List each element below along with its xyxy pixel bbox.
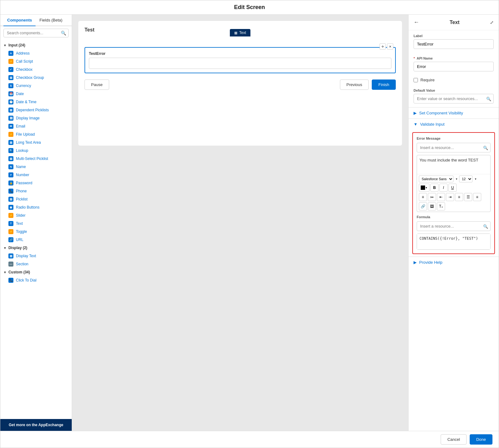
sidebar-item-currency[interactable]: $ Currency xyxy=(0,82,72,90)
provide-help-toggle[interactable]: ▶ Provide Help xyxy=(409,257,499,268)
appexchange-button[interactable]: Get more on the AppExchange xyxy=(0,419,72,431)
font-size-select[interactable]: 12 xyxy=(459,176,472,182)
search-input[interactable] xyxy=(3,29,69,37)
sidebar-item-date[interactable]: 📅 Date xyxy=(0,90,72,98)
app-container: Edit Screen Components Fields (Beta) 🔍 ▼… xyxy=(0,0,499,448)
sidebar-item-url[interactable]: 🔗 URL xyxy=(0,236,72,244)
formula-resource-input[interactable] xyxy=(417,221,491,231)
sidebar-item-callscript[interactable]: ⚡ Call Script xyxy=(0,57,72,65)
sidebar-item-phone[interactable]: 📞 Phone xyxy=(0,187,72,195)
sidebar-item-longtextarea[interactable]: ▤ Long Text Area xyxy=(0,138,72,147)
sidebar-item-checkboxgroup[interactable]: ▤ Checkbox Group xyxy=(0,74,72,82)
font-family-select[interactable]: Salesforce Sans xyxy=(419,176,453,182)
right-panel: ← Text ⤢ Label * API Name Require xyxy=(408,15,499,431)
done-button[interactable]: Done xyxy=(470,434,492,445)
sidebar-item-text[interactable]: T Text xyxy=(0,219,72,228)
sidebar-item-displayimage[interactable]: 🖼 Display Image xyxy=(0,114,72,122)
multiselectpicklist-icon: ▤ xyxy=(8,156,13,161)
url-icon: 🔗 xyxy=(8,237,13,242)
sidebar-item-toggle[interactable]: ⚡ Toggle xyxy=(0,228,72,236)
defaultvalue-input[interactable] xyxy=(414,94,494,104)
underline-button[interactable]: U xyxy=(448,184,457,192)
sidebar-item-password[interactable]: 🔒 Password xyxy=(0,179,72,187)
group-custom[interactable]: ▼ Custom (34) xyxy=(0,268,72,276)
pause-button[interactable]: Pause xyxy=(85,79,109,90)
apiname-section: * API Name xyxy=(409,53,499,75)
italic-button[interactable]: I xyxy=(439,184,448,192)
sidebar-item-label: Toggle xyxy=(16,229,27,234)
dependentpicklists-icon: ▤ xyxy=(8,108,13,113)
sidebar-item-datetime[interactable]: 🕐 Date & Time xyxy=(0,98,72,106)
callscript-icon: ⚡ xyxy=(8,59,13,64)
align-right-button[interactable]: ≡ xyxy=(473,193,481,201)
back-arrow-icon[interactable]: ← xyxy=(414,19,419,26)
ordered-list-button[interactable]: ≔ xyxy=(428,193,436,201)
cancel-button[interactable]: Cancel xyxy=(441,434,466,445)
chevron-down-icon: ▼ xyxy=(3,271,7,274)
search-icon: 🔍 xyxy=(486,96,491,101)
sidebar-content: ▼ Input (24) A Address ⚡ Call Script ✓ C… xyxy=(0,40,72,419)
set-visibility-toggle[interactable]: ▶ Set Component Visibility xyxy=(409,108,499,118)
radiobuttons-icon: ◉ xyxy=(8,205,13,210)
sidebar-item-label: Picklist xyxy=(16,197,27,201)
sidebar-item-name[interactable]: N Name xyxy=(0,163,72,171)
sidebar-item-fileupload[interactable]: ⚡ File Upload xyxy=(0,130,72,138)
sidebar-item-label: Date xyxy=(16,92,24,96)
component-input[interactable] xyxy=(89,58,391,69)
search-icon: 🔍 xyxy=(483,224,488,229)
chevron-down-icon: ▼ xyxy=(3,246,7,250)
sidebar-item-clicktodial[interactable]: 📞 Click To Dial xyxy=(0,276,72,284)
require-checkbox[interactable] xyxy=(414,78,418,82)
color-swatch xyxy=(421,185,425,190)
rt-font-row: Salesforce Sans ▼ 12 ▼ xyxy=(419,176,488,182)
clearformat-button[interactable]: Tₓ xyxy=(437,202,445,210)
sidebar-item-picklist[interactable]: ▤ Picklist xyxy=(0,195,72,203)
sidebar-item-lookup[interactable]: 🔍 Lookup xyxy=(0,147,72,155)
sidebar-item-dependentpicklists[interactable]: ▤ Dependent Picklists xyxy=(0,106,72,114)
image-button[interactable]: 🖼 xyxy=(428,202,436,210)
sidebar-item-checkbox[interactable]: ✓ Checkbox xyxy=(0,65,72,74)
align-center-button[interactable]: ☰ xyxy=(464,193,472,201)
group-custom-label: Custom (34) xyxy=(8,270,30,274)
unordered-list-button[interactable]: ≡ xyxy=(419,193,427,201)
delete-button[interactable]: ✕ xyxy=(387,43,393,50)
sidebar-item-label: Password xyxy=(16,181,32,185)
header: Edit Screen xyxy=(0,0,499,15)
bold-button[interactable]: B xyxy=(430,184,438,192)
link-button[interactable]: 🔗 xyxy=(419,202,427,210)
group-input[interactable]: ▼ Input (24) xyxy=(0,41,72,49)
sidebar-item-radiobuttons[interactable]: ◉ Radio Buttons xyxy=(0,203,72,211)
tab-fields[interactable]: Fields (Beta) xyxy=(36,15,66,26)
previous-button[interactable]: Previous xyxy=(340,79,369,90)
label-input[interactable] xyxy=(414,39,494,49)
move-handle[interactable]: ✛ xyxy=(380,43,386,50)
sidebar-item-multiselectpicklist[interactable]: ▤ Multi-Select Picklist xyxy=(0,155,72,163)
error-message-text[interactable]: You must include the word TEST xyxy=(417,155,490,174)
formula-text[interactable]: CONTAINS({!Error}, "TEST") xyxy=(417,234,490,249)
color-button[interactable]: ▼ xyxy=(419,184,429,192)
sidebar-item-displaytext[interactable]: ▤ Display Text xyxy=(0,252,72,260)
sidebar-item-label: Radio Buttons xyxy=(16,205,39,210)
component-wrapper: ✛ ✕ TestError xyxy=(85,47,396,73)
sidebar-item-section[interactable]: — Section xyxy=(0,260,72,268)
indent-less-button[interactable]: ⇤ xyxy=(437,193,445,201)
indent-more-button[interactable]: ⇥ xyxy=(446,193,454,201)
sidebar-item-number[interactable]: # Number xyxy=(0,171,72,179)
sidebar-item-label: Date & Time xyxy=(16,100,36,104)
sidebar-item-slider[interactable]: ⚡ Slider xyxy=(0,211,72,219)
text-icon: T xyxy=(8,221,13,226)
apiname-input[interactable] xyxy=(414,62,494,71)
error-resource-input[interactable] xyxy=(417,143,491,152)
currency-icon: $ xyxy=(8,83,13,88)
group-display[interactable]: ▼ Display (2) xyxy=(0,244,72,252)
checkbox-icon: ✓ xyxy=(8,67,13,72)
validate-input-toggle[interactable]: ▼ Validate Input xyxy=(409,119,499,130)
search-icon: 🔍 xyxy=(483,145,488,150)
sidebar-item-email[interactable]: ✉ Email xyxy=(0,122,72,130)
tab-components[interactable]: Components xyxy=(3,15,36,26)
apiname-field-label: * API Name xyxy=(414,56,494,60)
sidebar-item-address[interactable]: A Address xyxy=(0,49,72,57)
expand-icon[interactable]: ⤢ xyxy=(490,20,494,25)
finish-button[interactable]: Finish xyxy=(372,79,396,90)
align-left-button[interactable]: ≡ xyxy=(455,193,463,201)
